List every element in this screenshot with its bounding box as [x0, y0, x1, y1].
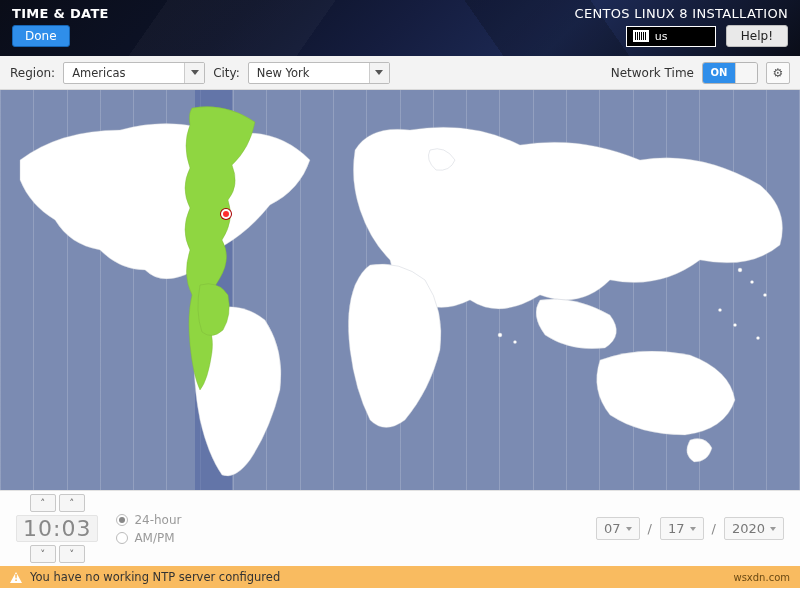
landmass-south-asia	[536, 299, 616, 349]
chevron-down-icon	[626, 527, 632, 531]
screen-title: TIME & DATE	[12, 6, 109, 21]
hour-up-button[interactable]: ˄	[30, 494, 56, 512]
chevron-up-icon: ˄	[40, 498, 45, 509]
svg-point-1	[750, 280, 753, 283]
landmass-africa	[348, 264, 441, 428]
keyboard-icon	[633, 30, 649, 42]
day-value: 17	[668, 521, 685, 536]
city-combobox[interactable]: New York	[248, 62, 390, 84]
city-caret[interactable]	[369, 63, 389, 83]
hour-down-button[interactable]: ˅	[30, 545, 56, 563]
keyboard-layout-value: us	[655, 30, 668, 43]
svg-point-0	[738, 268, 742, 272]
watermark-text: wsxdn.com	[733, 572, 790, 583]
chevron-down-icon	[690, 527, 696, 531]
radio-ampm[interactable]: AM/PM	[116, 531, 181, 545]
warning-message: You have no working NTP server configure…	[30, 570, 280, 584]
radio-24h-label: 24-hour	[134, 513, 181, 527]
bottom-panel: ˄ ˄ 10:03 ˅ ˅ 24-hour AM/PM 07 / 17 /	[0, 490, 800, 566]
ntp-settings-button[interactable]: ⚙	[766, 62, 790, 84]
svg-point-4	[733, 323, 736, 326]
chevron-down-icon	[191, 70, 199, 75]
minute-up-button[interactable]: ˄	[59, 494, 85, 512]
footer-strip	[0, 588, 800, 600]
controls-bar: Region: Americas City: New York Network …	[0, 56, 800, 90]
keyboard-layout-indicator[interactable]: us	[626, 26, 716, 47]
warning-icon	[10, 572, 22, 583]
day-combobox[interactable]: 17	[660, 517, 704, 540]
landmass-newzealand	[687, 439, 712, 462]
svg-point-5	[756, 336, 759, 339]
gear-icon: ⚙	[773, 66, 784, 80]
date-group: 07 / 17 / 2020	[596, 517, 784, 540]
time-display: 10:03	[16, 515, 98, 542]
region-combobox[interactable]: Americas	[63, 62, 205, 84]
city-value: New York	[249, 66, 369, 80]
timezone-map[interactable]	[0, 90, 800, 490]
network-time-label: Network Time	[611, 66, 694, 80]
chevron-down-icon	[375, 70, 383, 75]
network-time-toggle[interactable]: ON	[702, 62, 758, 84]
world-map-svg	[0, 90, 800, 490]
selected-city-marker	[221, 209, 231, 219]
svg-point-2	[763, 293, 766, 296]
toggle-on-label: ON	[703, 63, 735, 83]
region-caret[interactable]	[184, 63, 204, 83]
time-format-radios: 24-hour AM/PM	[116, 513, 181, 545]
warning-bar: You have no working NTP server configure…	[0, 566, 800, 588]
city-label: City:	[213, 66, 240, 80]
svg-point-3	[718, 308, 721, 311]
date-separator: /	[648, 521, 652, 536]
year-value: 2020	[732, 521, 765, 536]
chevron-down-icon: ˅	[69, 549, 74, 560]
month-value: 07	[604, 521, 621, 536]
time-stepper: ˄ ˄ 10:03 ˅ ˅	[16, 494, 98, 563]
radio-ampm-label: AM/PM	[134, 531, 174, 545]
chevron-down-icon	[770, 527, 776, 531]
radio-icon	[116, 514, 128, 526]
region-label: Region:	[10, 66, 55, 80]
region-value: Americas	[64, 66, 184, 80]
month-combobox[interactable]: 07	[596, 517, 640, 540]
toggle-knob	[735, 63, 757, 83]
product-title: CENTOS LINUX 8 INSTALLATION	[575, 6, 788, 21]
chevron-up-icon: ˄	[69, 498, 74, 509]
installer-banner: TIME & DATE Done CENTOS LINUX 8 INSTALLA…	[0, 0, 800, 56]
done-button[interactable]: Done	[12, 25, 70, 47]
svg-point-6	[498, 333, 502, 337]
year-combobox[interactable]: 2020	[724, 517, 784, 540]
date-separator: /	[712, 521, 716, 536]
landmass-australia	[597, 351, 735, 435]
help-button[interactable]: Help!	[726, 25, 788, 47]
radio-24-hour[interactable]: 24-hour	[116, 513, 181, 527]
minute-down-button[interactable]: ˅	[59, 545, 85, 563]
landmass-north-america	[20, 124, 310, 279]
chevron-down-icon: ˅	[40, 549, 45, 560]
svg-point-7	[513, 340, 516, 343]
radio-icon	[116, 532, 128, 544]
